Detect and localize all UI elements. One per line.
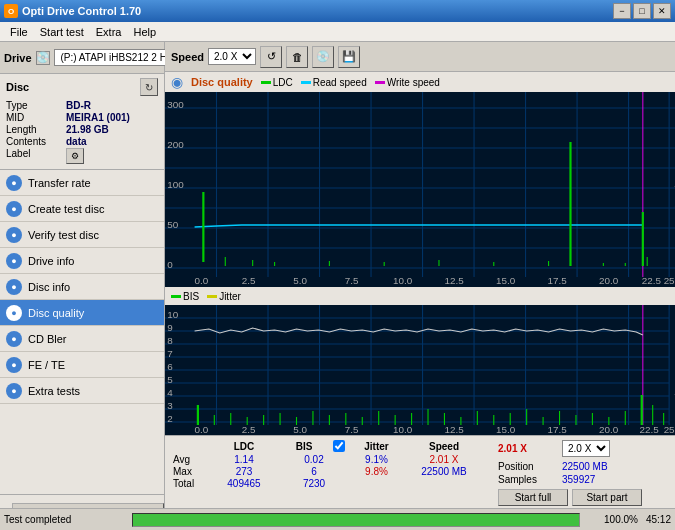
- svg-text:15.0: 15.0: [496, 424, 515, 434]
- sidebar-item-create-test-disc[interactable]: ● Create test disc: [0, 196, 164, 222]
- title-bar-text: O Opti Drive Control 1.70: [4, 4, 141, 18]
- menu-start-test[interactable]: Start test: [34, 25, 90, 39]
- avg-jitter: 9.1%: [349, 454, 404, 465]
- svg-text:6: 6: [167, 361, 172, 371]
- bis-color: [171, 295, 181, 298]
- legend-read-speed: Read speed: [301, 77, 367, 88]
- svg-text:12.5: 12.5: [444, 275, 463, 285]
- avg-bis: 0.02: [279, 454, 349, 465]
- progress-container: [132, 513, 580, 527]
- disc-quality-icon: ●: [6, 305, 22, 321]
- disc-length-row: Length 21.98 GB: [6, 124, 158, 135]
- speed-label: Speed: [171, 51, 204, 63]
- jitter-checkbox[interactable]: [333, 440, 345, 452]
- sidebar-item-cd-bler[interactable]: ● CD Bler: [0, 326, 164, 352]
- svg-text:7: 7: [167, 348, 172, 358]
- disc-label-edit-button[interactable]: ⚙: [66, 148, 84, 164]
- svg-text:2.5: 2.5: [242, 424, 256, 434]
- status-text: Test completed: [4, 514, 124, 525]
- sidebar-item-drive-info[interactable]: ● Drive info: [0, 248, 164, 274]
- svg-text:10.0: 10.0: [393, 424, 412, 434]
- stats-total-row: Total 409465 7230: [173, 478, 484, 489]
- svg-text:200: 200: [167, 139, 183, 149]
- position-value: 22500 MB: [562, 461, 608, 472]
- drive-icon: 💿: [36, 51, 50, 65]
- speed-info-row: 2.01 X 2.0 X: [498, 440, 675, 457]
- disc-type-row: Type BD-R: [6, 100, 158, 111]
- total-label: Total: [173, 478, 209, 489]
- jitter-check-area: [329, 440, 349, 452]
- samples-label: Samples: [498, 474, 558, 485]
- chart-quality-icon: ◉: [171, 74, 183, 90]
- svg-text:5.0: 5.0: [293, 275, 307, 285]
- sidebar: Drive 💿 (P:) ATAPI iHBS212 2 HL05 ▲ Disc…: [0, 42, 165, 530]
- speed-select[interactable]: 2.0 X: [208, 48, 256, 65]
- start-full-button[interactable]: Start full: [498, 489, 568, 506]
- sidebar-item-extra-tests[interactable]: ● Extra tests: [0, 378, 164, 404]
- svg-text:7.5: 7.5: [345, 275, 359, 285]
- menu-help[interactable]: Help: [127, 25, 162, 39]
- nav-list: ● Transfer rate ● Create test disc ● Ver…: [0, 170, 164, 404]
- svg-text:50: 50: [167, 219, 178, 229]
- legend-bis: BIS: [171, 291, 199, 302]
- write-speed-color: [375, 81, 385, 84]
- svg-text:12.5: 12.5: [444, 424, 463, 434]
- stats-max-row: Max 273 6 9.8% 22500 MB: [173, 466, 484, 477]
- svg-text:15.0: 15.0: [496, 275, 515, 285]
- sidebar-item-verify-test-disc[interactable]: ● Verify test disc: [0, 222, 164, 248]
- disc-mid-row: MID MEIRA1 (001): [6, 112, 158, 123]
- close-button[interactable]: ✕: [653, 3, 671, 19]
- status-bar: Test completed 100.0% 45:12: [0, 508, 675, 530]
- sidebar-item-fe-te[interactable]: ● FE / TE: [0, 352, 164, 378]
- chart-title: Disc quality: [191, 76, 253, 88]
- lower-chart-svg: 10 9 8 7 6 5 4 3 2 10% 8% 6% 4% 2% 0.0 2…: [165, 305, 675, 435]
- sidebar-item-transfer-rate[interactable]: ● Transfer rate: [0, 170, 164, 196]
- ldc-color: [261, 81, 271, 84]
- position-label: Position: [498, 461, 558, 472]
- svg-text:17.5: 17.5: [547, 424, 566, 434]
- main-layout: Drive 💿 (P:) ATAPI iHBS212 2 HL05 ▲ Disc…: [0, 42, 675, 530]
- erase-button[interactable]: 🗑: [286, 46, 308, 68]
- legend-jitter: Jitter: [207, 291, 241, 302]
- elapsed-time: 45:12: [646, 514, 671, 525]
- minimize-button[interactable]: −: [613, 3, 631, 19]
- svg-text:9: 9: [167, 322, 172, 332]
- max-jitter: 9.8%: [349, 466, 404, 477]
- avg-label: Avg: [173, 454, 209, 465]
- start-part-button[interactable]: Start part: [572, 489, 642, 506]
- cd-bler-icon: ●: [6, 331, 22, 347]
- svg-text:0.0: 0.0: [195, 424, 209, 434]
- svg-text:5.0: 5.0: [293, 424, 307, 434]
- disc-refresh-button[interactable]: ↻: [140, 78, 158, 96]
- menu-file[interactable]: File: [4, 25, 34, 39]
- menu-extra[interactable]: Extra: [90, 25, 128, 39]
- sidebar-item-disc-info[interactable]: ● Disc info: [0, 274, 164, 300]
- svg-text:20.0: 20.0: [599, 424, 618, 434]
- svg-text:20.0: 20.0: [599, 275, 618, 285]
- svg-text:0.0: 0.0: [195, 275, 209, 285]
- content-area: Speed 2.0 X ↺ 🗑 💿 💾 ◉ Disc quality LDC R…: [165, 42, 675, 530]
- progress-bar: [133, 514, 579, 526]
- burn-button[interactable]: 💿: [312, 46, 334, 68]
- refresh-button[interactable]: ↺: [260, 46, 282, 68]
- sidebar-item-disc-quality[interactable]: ● Disc quality: [0, 300, 164, 326]
- max-label: Max: [173, 466, 209, 477]
- verify-test-disc-icon: ●: [6, 227, 22, 243]
- svg-text:17.5: 17.5: [547, 275, 566, 285]
- svg-text:3: 3: [167, 400, 172, 410]
- svg-text:10.0: 10.0: [393, 275, 412, 285]
- speed-header: Speed: [404, 441, 484, 452]
- speed-select-right[interactable]: 2.0 X: [562, 440, 610, 457]
- samples-row: Samples 359927: [498, 474, 675, 485]
- maximize-button[interactable]: □: [633, 3, 651, 19]
- progress-percent: 100.0%: [588, 514, 638, 525]
- jitter-header: Jitter: [349, 441, 404, 452]
- svg-text:10: 10: [167, 309, 178, 319]
- title-bar: O Opti Drive Control 1.70 − □ ✕: [0, 0, 675, 22]
- save-button[interactable]: 💾: [338, 46, 360, 68]
- svg-text:0: 0: [167, 259, 172, 269]
- disc-contents-row: Contents data: [6, 136, 158, 147]
- speed-toolbar: Speed 2.0 X ↺ 🗑 💿 💾: [165, 42, 675, 72]
- drive-info-icon: ●: [6, 253, 22, 269]
- stats-headers: LDC BIS Jitter Speed: [173, 440, 484, 452]
